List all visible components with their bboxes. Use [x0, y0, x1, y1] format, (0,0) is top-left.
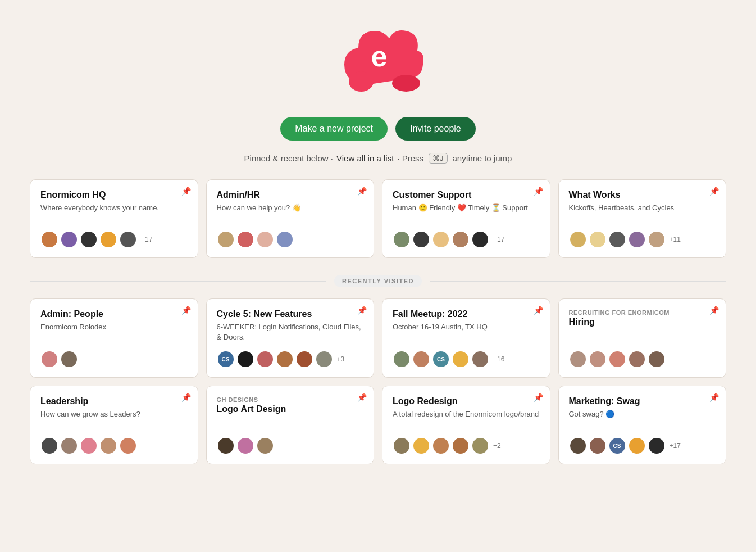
avatar	[589, 350, 607, 368]
avatar	[432, 230, 450, 248]
pin-icon: 📌	[534, 187, 543, 196]
avatar: CS	[217, 350, 235, 368]
avatar	[589, 437, 607, 455]
card-avatars: +17	[40, 230, 188, 248]
avatar	[471, 230, 489, 248]
new-project-button[interactable]: Make a new project	[280, 117, 388, 141]
avatar	[276, 230, 294, 248]
card-title: Marketing: Swag	[569, 396, 716, 406]
card-parent-label: GH DESIGNS	[217, 396, 364, 403]
card-subtitle: How can we grow as Leaders?	[40, 409, 188, 419]
project-card[interactable]: 📌Admin: PeopleEnormicom Rolodex	[30, 298, 198, 378]
avatar	[119, 437, 137, 455]
avatar-count: +16	[493, 355, 504, 363]
invite-people-button[interactable]: Invite people	[395, 117, 476, 141]
view-all-link[interactable]: View all in a list	[336, 153, 394, 163]
card-subtitle: 6-WEEKER: Login Notifications, Cloud Fil…	[217, 322, 364, 342]
avatar	[648, 350, 666, 368]
avatar	[452, 350, 470, 368]
avatar	[471, 350, 489, 368]
avatar	[432, 437, 450, 455]
avatar	[569, 350, 587, 368]
app-logo: e	[333, 17, 423, 107]
avatar	[569, 437, 587, 455]
pin-icon: 📌	[534, 306, 543, 315]
avatar	[256, 230, 274, 248]
card-subtitle: A total redesign of the Enormicom logo/b…	[393, 409, 540, 419]
project-card[interactable]: 📌Customer SupportHuman 🙂 Friendly ❤️ Tim…	[382, 179, 550, 258]
avatar	[628, 437, 646, 455]
pin-icon: 📌	[534, 393, 543, 402]
project-card[interactable]: 📌Marketing: SwagGot swag? 🔵CS+17	[558, 386, 727, 464]
subtitle-end: anytime to jump	[453, 153, 512, 163]
card-title: Leadership	[40, 396, 188, 406]
project-card[interactable]: 📌Admin/HRHow can we help you? 👋	[206, 179, 375, 258]
avatar-count: +17	[670, 442, 681, 450]
card-avatars: +17	[393, 230, 540, 248]
avatar	[236, 350, 254, 368]
card-subtitle: How can we help you? 👋	[217, 203, 364, 213]
project-card[interactable]: 📌LeadershipHow can we grow as Leaders?	[30, 386, 198, 464]
avatar	[412, 350, 430, 368]
card-title: Enormicom HQ	[40, 190, 188, 200]
pin-icon: 📌	[357, 393, 367, 402]
recent-section: 📌Admin: PeopleEnormicom Rolodex📌Cycle 5:…	[30, 298, 726, 464]
pin-icon: 📌	[357, 187, 367, 196]
card-avatars	[40, 437, 188, 455]
avatar	[608, 230, 626, 248]
card-avatars: +11	[569, 230, 716, 248]
card-subtitle: Kickoffs, Heartbeats, and Cycles	[569, 203, 716, 213]
card-avatars	[40, 350, 188, 368]
project-card[interactable]: 📌What WorksKickoffs, Heartbeats, and Cyc…	[558, 179, 727, 258]
card-subtitle: Got swag? 🔵	[569, 409, 716, 419]
card-avatars	[217, 230, 364, 248]
card-title: Admin: People	[40, 309, 188, 319]
pin-icon: 📌	[709, 393, 719, 402]
avatar-count: +17	[493, 236, 504, 243]
card-title: What Works	[569, 190, 716, 200]
avatar-count: +3	[337, 355, 345, 363]
avatar	[80, 230, 98, 248]
card-parent-label: RECRUITING FOR ENORMICOM	[569, 309, 716, 316]
avatar	[569, 230, 587, 248]
avatar	[60, 437, 78, 455]
avatar	[628, 350, 646, 368]
project-card[interactable]: 📌Fall Meetup: 2022October 16-19 Austin, …	[382, 298, 550, 378]
pin-icon: 📌	[357, 306, 367, 315]
avatar	[393, 437, 411, 455]
card-avatars	[217, 437, 364, 455]
subtitle-bar: Pinned & recent below · View all in a li…	[244, 153, 512, 164]
avatar-count: +2	[493, 442, 501, 450]
avatar	[648, 230, 666, 248]
avatar	[40, 230, 58, 248]
divider-left	[30, 281, 326, 282]
avatar	[80, 437, 98, 455]
card-title: Fall Meetup: 2022	[393, 309, 540, 319]
project-card[interactable]: 📌Logo RedesignA total redesign of the En…	[382, 386, 550, 464]
project-card[interactable]: 📌Enormicom HQWhere everybody knows your …	[30, 179, 198, 258]
avatar: CS	[608, 437, 626, 455]
keyboard-shortcut: ⌘J	[429, 153, 448, 164]
project-card[interactable]: 📌Cycle 5: New Features6-WEEKER: Login No…	[206, 298, 375, 378]
subtitle-text: Pinned & recent below ·	[244, 153, 333, 163]
card-title: Hiring	[569, 317, 716, 327]
pin-icon: 📌	[181, 393, 191, 402]
avatar	[256, 437, 274, 455]
divider-right	[430, 281, 726, 282]
avatar	[608, 350, 626, 368]
card-title: Logo Redesign	[393, 396, 540, 406]
avatar	[256, 350, 274, 368]
avatar	[40, 350, 58, 368]
avatar	[217, 230, 235, 248]
avatar	[217, 437, 235, 455]
avatar	[452, 437, 470, 455]
card-avatars: CS+3	[217, 350, 364, 368]
card-title: Logo Art Design	[217, 404, 364, 414]
avatar-count: +11	[670, 236, 681, 243]
avatar	[236, 437, 254, 455]
project-card[interactable]: 📌GH DESIGNSLogo Art Design	[206, 386, 375, 464]
recently-visited-label: RECENTLY VISITED	[334, 275, 422, 287]
svg-point-0	[349, 71, 374, 92]
project-card[interactable]: 📌RECRUITING FOR ENORMICOMHiring	[558, 298, 727, 378]
avatar	[471, 437, 489, 455]
